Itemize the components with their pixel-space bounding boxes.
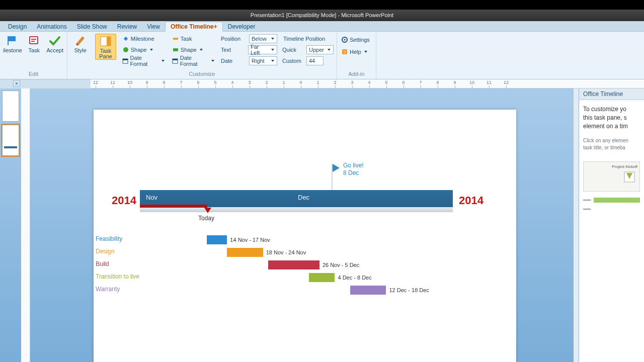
- settings-button[interactable]: Settings: [340, 35, 371, 45]
- vertical-ruler: [21, 88, 30, 362]
- pane-text: To customize yo this task pane, s elemen…: [583, 105, 640, 130]
- help-button[interactable]: ? Help: [340, 47, 371, 57]
- style-button[interactable]: Style: [70, 34, 90, 54]
- task-name: Feasibility: [96, 235, 122, 242]
- quick-dropdown[interactable]: Upper: [306, 45, 334, 54]
- calendar-icon: [122, 57, 129, 64]
- task-name: Transition to live: [96, 273, 139, 280]
- month-nov: Nov: [146, 194, 157, 201]
- slide-thumbnails: [0, 88, 21, 362]
- task-date-format-button[interactable]: Date Format: [171, 56, 216, 66]
- thumbnail-2[interactable]: [2, 125, 19, 156]
- milestone-button[interactable]: ilestone: [3, 34, 22, 54]
- quick-label: Quick: [282, 47, 304, 53]
- svg-marker-0: [8, 36, 16, 41]
- task-button[interactable]: Task: [25, 34, 43, 54]
- slide-area: 2014 2014 Nov Dec Today Go live! 8 Dec F…: [30, 88, 579, 362]
- svg-rect-1: [8, 36, 9, 45]
- text-label: Text: [221, 47, 246, 53]
- task-shape-button[interactable]: Shape: [171, 45, 216, 55]
- svg-rect-15: [173, 59, 178, 60]
- slide-canvas[interactable]: 2014 2014 Nov Dec Today Go live! 8 Dec F…: [94, 110, 516, 362]
- task-row[interactable]: Transition to live4 Dec - 8 Dec: [94, 273, 516, 284]
- timeline-shelf: [140, 207, 453, 212]
- shape-icon: [122, 46, 129, 53]
- milestone-label: Milestone: [121, 34, 166, 44]
- task-bar[interactable]: [268, 260, 319, 269]
- task-bar[interactable]: [309, 273, 335, 282]
- position-dropdown[interactable]: Below: [249, 34, 277, 43]
- custom-label: Custom: [282, 58, 304, 64]
- flag-icon[interactable]: [333, 164, 340, 172]
- svg-rect-11: [123, 59, 128, 60]
- window-title: Presentation1 [Compatibility Mode] - Mic…: [251, 12, 393, 18]
- task-bar[interactable]: [227, 248, 263, 257]
- date-dropdown[interactable]: Right: [249, 56, 277, 65]
- help-icon: ?: [341, 48, 348, 55]
- pane-note: Click on any elemen task title, or timeb…: [583, 137, 640, 151]
- svg-rect-7: [107, 37, 111, 46]
- tab-office-timeline[interactable]: Office Timeline+: [165, 22, 223, 32]
- pencil-icon: [74, 35, 87, 47]
- task-bar[interactable]: [350, 286, 386, 295]
- text-dropdown[interactable]: Far Left: [248, 45, 277, 54]
- position-label: Position: [221, 36, 247, 42]
- tab-animations[interactable]: Animations: [32, 22, 71, 31]
- check-icon: [48, 35, 61, 47]
- tab-view[interactable]: View: [142, 22, 165, 31]
- shape-icon: [172, 46, 179, 53]
- diamond-icon: [122, 35, 129, 42]
- svg-rect-5: [31, 41, 35, 42]
- accept-button[interactable]: Accept: [46, 34, 64, 54]
- task-row[interactable]: Design18 Nov - 24 Nov: [94, 248, 516, 259]
- gear-icon: [341, 36, 348, 43]
- work-area: 2014 2014 Nov Dec Today Go live! 8 Dec F…: [0, 88, 644, 362]
- tab-developer[interactable]: Developer: [223, 22, 261, 31]
- year-right: 2014: [459, 194, 484, 207]
- tab-slide-show[interactable]: Slide Show: [72, 22, 112, 31]
- group-label-edit: Edit: [0, 71, 67, 79]
- svg-point-9: [123, 47, 128, 52]
- chevron-down-icon: [211, 59, 215, 63]
- task-row[interactable]: Warranty12 Dec - 18 Dec: [94, 286, 516, 297]
- pane-title: Office Timeline: [579, 88, 644, 100]
- chevron-down-icon: [327, 48, 331, 52]
- task-dates: 26 Nov - 5 Dec: [323, 262, 359, 268]
- svg-point-17: [344, 39, 346, 41]
- office-timeline-pane: Office Timeline To customize yo this tas…: [579, 88, 644, 362]
- chevron-down-icon: [364, 50, 368, 54]
- task-row[interactable]: Build26 Nov - 5 Dec: [94, 260, 516, 272]
- task-dates: 4 Dec - 8 Dec: [338, 275, 371, 281]
- task-row[interactable]: Feasibility14 Nov - 17 Nov: [94, 235, 516, 246]
- bar-icon: [172, 35, 179, 42]
- svg-rect-8: [123, 37, 127, 41]
- task-label-mini: Task: [171, 34, 216, 44]
- task-dates: 18 Nov - 24 Nov: [266, 249, 306, 255]
- thumbnail-1[interactable]: [2, 90, 19, 122]
- svg-rect-13: [173, 48, 178, 51]
- chevron-down-icon: [271, 37, 275, 41]
- year-left: 2014: [112, 194, 136, 207]
- task-name: Warranty: [96, 286, 120, 293]
- task-pane-icon: [99, 35, 112, 47]
- group-label-addin: Add-in: [337, 71, 376, 79]
- milestone-shape-button[interactable]: Shape: [121, 45, 166, 55]
- tab-design[interactable]: Design: [3, 22, 32, 31]
- today-marker-icon[interactable]: [204, 208, 211, 213]
- ribbon-tabs: Design Animations Slide Show Review View…: [0, 21, 644, 32]
- milestone-date-format-button[interactable]: Date Format: [121, 56, 166, 66]
- today-label: Today: [198, 215, 214, 222]
- tab-review[interactable]: Review: [112, 22, 142, 31]
- task-bar[interactable]: [207, 235, 227, 244]
- vertical-scrollbar[interactable]: [574, 88, 579, 362]
- custom-input[interactable]: 44: [306, 56, 324, 65]
- chevron-down-icon: [199, 48, 203, 52]
- app-window: Presentation1 [Compatibility Mode] - Mic…: [0, 10, 644, 362]
- chevron-down-icon: [271, 59, 275, 63]
- chevron-down-icon: [149, 48, 153, 52]
- svg-rect-12: [173, 38, 178, 40]
- task-pane-button[interactable]: Task Pane: [95, 34, 116, 60]
- close-panel-button[interactable]: ×: [13, 80, 20, 87]
- chevron-down-icon: [271, 48, 275, 52]
- svg-rect-3: [30, 37, 37, 43]
